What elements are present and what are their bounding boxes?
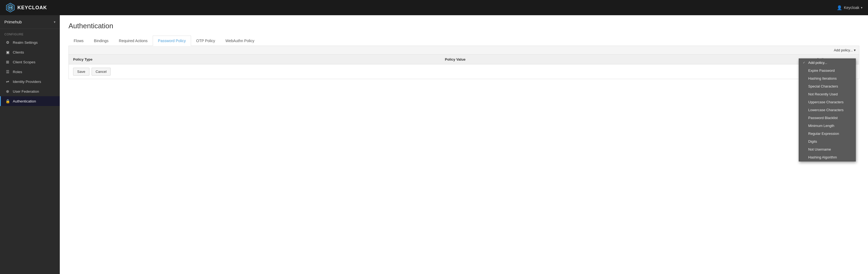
dropdown-item-regular-expression-label: Regular Expression <box>808 131 839 135</box>
table-actions: Save Cancel <box>69 64 859 79</box>
realm-name: Primehub <box>4 20 22 24</box>
dropdown-item-minimum-length-label: Minimum Length <box>808 124 834 128</box>
tab-required-actions[interactable]: Required Actions <box>114 36 153 46</box>
dropdown-item-digits-label: Digits <box>808 140 817 144</box>
dropdown-item-not-username-label: Not Username <box>808 147 831 151</box>
column-policy-value: Policy Value <box>445 57 817 61</box>
cancel-button[interactable]: Cancel <box>92 68 111 75</box>
user-menu[interactable]: 👤 Keycloak ▾ <box>837 5 863 10</box>
add-policy-container: Add policy... ▾ ✓ Add policy... Expire P… <box>834 48 856 52</box>
dropdown-item-add-policy-label: Add policy... <box>808 61 827 65</box>
dropdown-item-digits[interactable]: Digits <box>799 138 856 146</box>
table-toolbar: Add policy... ▾ ✓ Add policy... Expire P… <box>69 46 859 55</box>
tab-webauthn-policy[interactable]: WebAuthn Policy <box>220 36 259 46</box>
dropdown-item-regular-expression[interactable]: Regular Expression <box>799 130 856 138</box>
dropdown-item-not-username[interactable]: Not Username <box>799 146 856 153</box>
sidebar-item-identity-providers[interactable]: ⇌ Identity Providers <box>0 77 60 86</box>
sidebar-item-roles-label: Roles <box>13 70 22 74</box>
dropdown-item-password-blacklist-label: Password Blacklist <box>808 116 838 120</box>
check-icon: ✓ <box>803 61 807 64</box>
sidebar-item-authentication-label: Authentication <box>13 99 36 103</box>
user-icon: 👤 <box>837 5 842 10</box>
dropdown-item-expire-password[interactable]: Expire Password <box>799 67 856 74</box>
table-header: Policy Type Policy Value Actions <box>69 55 859 64</box>
dropdown-item-hashing-iterations[interactable]: Hashing Iterations <box>799 74 856 82</box>
roles-icon: ☰ <box>5 69 10 74</box>
realm-settings-icon: ⚙ <box>5 40 10 44</box>
dropdown-item-hashing-iterations-label: Hashing Iterations <box>808 77 837 81</box>
main-layout: Primehub ▾ Configure ⚙ Realm Settings ▣ … <box>0 15 868 274</box>
sidebar-section-configure: Configure <box>0 29 60 37</box>
tab-bar: Flows Bindings Required Actions Password… <box>68 36 859 46</box>
keycloak-logo-icon <box>5 3 15 12</box>
add-policy-chevron-icon: ▾ <box>854 48 856 52</box>
dropdown-item-not-recently-used-label: Not Recently Used <box>808 92 838 96</box>
dropdown-item-not-recently-used[interactable]: Not Recently Used <box>799 90 856 98</box>
column-policy-type: Policy Type <box>73 57 445 61</box>
tab-flows[interactable]: Flows <box>68 36 89 46</box>
sidebar-item-user-federation-label: User Federation <box>13 89 39 93</box>
user-federation-icon: ⊕ <box>5 89 10 93</box>
dropdown-item-lowercase-characters-label: Lowercase Characters <box>808 108 843 112</box>
clients-icon: ▣ <box>5 50 10 54</box>
content-area: Authentication Flows Bindings Required A… <box>60 15 868 274</box>
sidebar-item-client-scopes[interactable]: ⊞ Client Scopes <box>0 57 60 67</box>
navbar-brand-text: KEYCLOAK <box>18 5 47 10</box>
sidebar: Primehub ▾ Configure ⚙ Realm Settings ▣ … <box>0 15 60 274</box>
add-policy-button[interactable]: Add policy... ▾ <box>834 48 856 52</box>
sidebar-item-authentication[interactable]: 🔒 Authentication <box>0 96 60 106</box>
realm-chevron-icon: ▾ <box>54 20 56 24</box>
add-policy-label: Add policy... <box>834 48 853 52</box>
tab-bindings[interactable]: Bindings <box>89 36 114 46</box>
identity-providers-icon: ⇌ <box>5 80 10 84</box>
client-scopes-icon: ⊞ <box>5 60 10 64</box>
dropdown-item-hashing-algorithm-label: Hashing Algorithm <box>808 155 837 159</box>
navbar: KEYCLOAK 👤 Keycloak ▾ <box>0 0 868 15</box>
sidebar-item-client-scopes-label: Client Scopes <box>13 60 35 64</box>
sidebar-item-realm-settings-label: Realm Settings <box>13 40 38 44</box>
save-button[interactable]: Save <box>73 68 89 75</box>
dropdown-item-minimum-length[interactable]: Minimum Length <box>799 122 856 130</box>
tab-otp-policy[interactable]: OTP Policy <box>191 36 220 46</box>
dropdown-item-special-characters[interactable]: Special Characters <box>799 82 856 90</box>
sidebar-item-clients-label: Clients <box>13 50 24 54</box>
add-policy-dropdown: ✓ Add policy... Expire Password Hashing … <box>799 58 856 161</box>
dropdown-item-expire-password-label: Expire Password <box>808 68 835 72</box>
navbar-username: Keycloak <box>844 5 859 10</box>
sidebar-item-user-federation[interactable]: ⊕ User Federation <box>0 86 60 96</box>
sidebar-item-realm-settings[interactable]: ⚙ Realm Settings <box>0 37 60 47</box>
dropdown-item-lowercase-characters[interactable]: Lowercase Characters <box>799 106 856 114</box>
dropdown-item-password-blacklist[interactable]: Password Blacklist <box>799 114 856 122</box>
table-area: Add policy... ▾ ✓ Add policy... Expire P… <box>68 46 859 79</box>
user-menu-chevron-icon: ▾ <box>861 6 863 9</box>
dropdown-item-hashing-algorithm[interactable]: Hashing Algorithm <box>799 153 856 161</box>
tab-password-policy[interactable]: Password Policy <box>153 36 191 46</box>
realm-selector[interactable]: Primehub ▾ <box>0 15 60 29</box>
dropdown-item-add-policy[interactable]: ✓ Add policy... <box>799 59 856 67</box>
sidebar-item-clients[interactable]: ▣ Clients <box>0 47 60 57</box>
dropdown-item-uppercase-characters[interactable]: Uppercase Characters <box>799 98 856 106</box>
sidebar-item-identity-providers-label: Identity Providers <box>13 80 41 84</box>
authentication-icon: 🔒 <box>5 99 10 103</box>
dropdown-item-uppercase-characters-label: Uppercase Characters <box>808 100 843 104</box>
sidebar-item-roles[interactable]: ☰ Roles <box>0 67 60 77</box>
page-title: Authentication <box>68 22 859 30</box>
navbar-brand: KEYCLOAK <box>5 3 47 12</box>
dropdown-item-special-characters-label: Special Characters <box>808 84 838 88</box>
